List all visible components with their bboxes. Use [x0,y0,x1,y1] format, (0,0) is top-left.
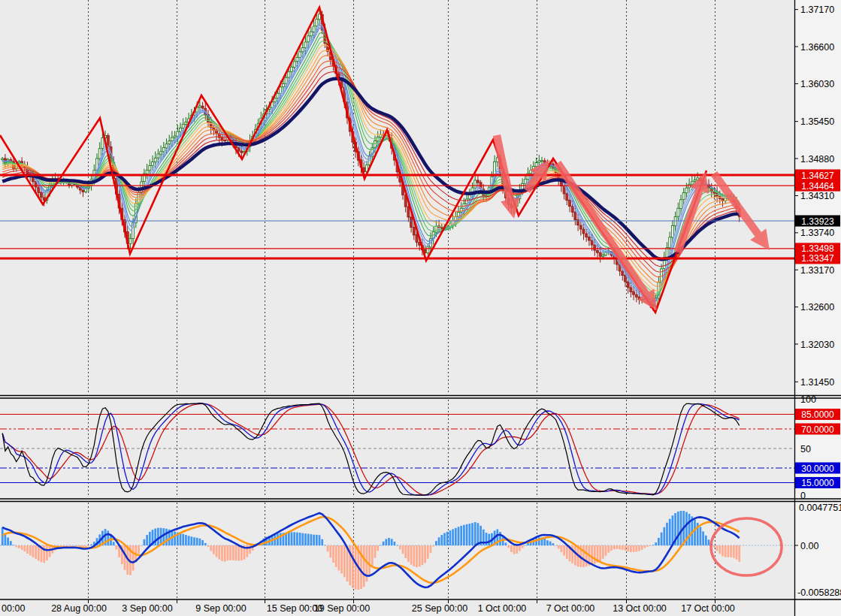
candle-body [107,135,109,146]
macd-histogram-bar [558,545,560,548]
macd-histogram-bar [232,545,234,560]
macd-histogram-bar [438,537,440,545]
candle-body [288,72,290,77]
candle-body [685,188,688,193]
macd-histogram-bar [204,543,207,545]
candle-body [299,52,301,57]
macd-histogram-bar [730,545,732,557]
macd-histogram-bar [21,545,23,550]
macd-histogram-bar [563,545,565,556]
macd-histogram-bar [713,545,715,548]
candle-body [410,217,413,227]
chart-canvas[interactable]: 1.371701.366001.360301.354501.348801.343… [0,0,841,616]
macd-histogram-bar [688,514,691,545]
macd-histogram-bar [677,512,679,545]
macd-histogram-bar [77,545,79,546]
date-label: 28 Aug 00:00 [51,603,107,614]
macd-histogram-bar [304,533,307,545]
candle-body [101,138,104,149]
macd-histogram-bar [144,539,146,545]
macd-histogram-bar [396,545,398,546]
candle-body [174,136,176,137]
macd-histogram-bar [237,545,240,560]
macd-histogram-bar [74,545,76,546]
macd-histogram-bar [718,545,721,554]
macd-histogram-bar [363,545,365,587]
candle-body [694,180,696,182]
candle-body [669,237,671,248]
macd-histogram-bar [449,530,452,545]
macd-histogram-bar [207,545,210,547]
macd-histogram-bar [213,545,215,554]
macd-histogram-bar [402,545,404,554]
macd-histogram-bar [7,537,9,545]
macd-histogram-bar [602,545,604,559]
macd-histogram-bar [649,545,652,546]
macd-histogram-bar [301,533,304,545]
candle-body [594,245,596,250]
macd-histogram-bar [352,545,354,588]
macd-histogram-bar [407,545,410,562]
candle-body [162,148,165,152]
macd-histogram-bar [566,545,568,559]
macd-histogram-bar [466,524,468,545]
macd-histogram-bar [582,545,585,567]
macd-histogram-bar [154,529,156,545]
macd-histogram-bar [416,545,418,567]
macd-histogram-bar [513,545,516,554]
macd-histogram-bar [307,534,310,545]
candle-body [277,93,279,98]
macd-histogram-bar [716,545,718,551]
macd-histogram-bar [10,541,12,545]
macd-histogram-bar [174,531,176,545]
candle-body [591,240,593,245]
candle-body [180,128,182,131]
macd-histogram-bar [680,511,682,545]
candle-body [280,87,282,93]
trading-chart-window[interactable]: 1.371701.366001.360301.354501.348801.343… [0,0,841,616]
macd-histogram-bar [71,545,73,546]
macd-histogram-bar [180,533,182,545]
candle-body [285,77,287,83]
macd-histogram-bar [299,533,301,545]
macd-histogram-bar [15,545,17,547]
macd-histogram-bar [374,545,377,558]
macd-histogram-bar [661,533,663,545]
candle-body [237,147,240,151]
candle-body [201,106,204,108]
candle-body [157,154,159,158]
candle-body [304,42,307,47]
stoch-scale-label: 100 [800,394,816,405]
candle-body [313,26,315,32]
macd-histogram-bar [383,542,385,545]
macd-histogram-bar [335,545,337,567]
date-label: 3 Sep 00:00 [122,603,172,614]
candle-body [146,170,148,174]
macd-histogram-bar [546,540,549,545]
candle-body [691,182,693,184]
price-tick-label: 1.37170 [800,5,834,15]
macd-histogram-bar [672,515,674,545]
candle-body [154,158,156,162]
macd-histogram-bar [463,525,465,545]
macd-histogram-bar [116,545,118,549]
candle-body [635,294,637,297]
macd-histogram-bar [13,545,15,545]
macd-histogram-bar [224,545,226,562]
axis-badge-label: 1.34464 [801,181,834,192]
candle-body [677,208,679,216]
candle-body [129,239,132,244]
macd-histogram-bar [157,528,159,545]
price-tick-label: 1.33170 [800,265,834,276]
date-label: 7 Oct 00:00 [546,603,595,614]
macd-histogram-bar [477,523,479,545]
candle-body [198,106,201,107]
candle-body [588,237,590,240]
macd-histogram-bar [594,545,596,563]
macd-histogram-bar [338,545,340,570]
macd-histogram-bar [410,545,413,565]
macd-histogram-bar [132,545,135,570]
macd-histogram-bar [607,545,610,553]
macd-histogram-bar [310,534,313,545]
macd-histogram-bar [321,539,323,545]
